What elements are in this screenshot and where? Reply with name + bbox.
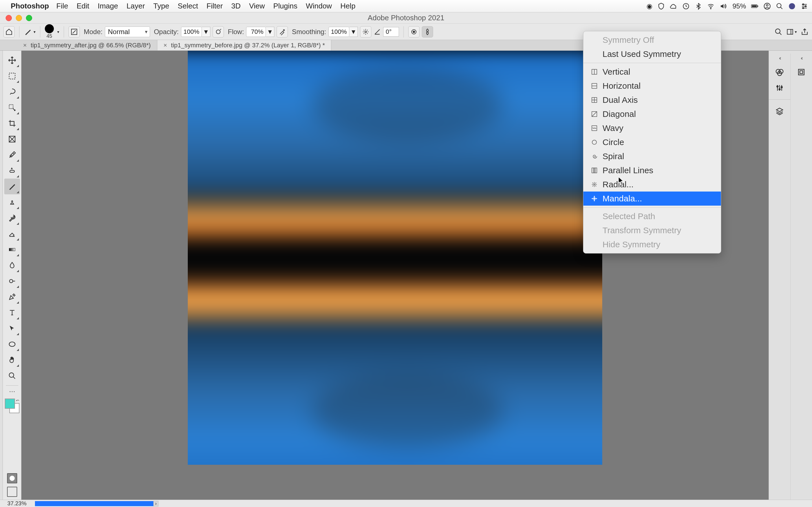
user-icon[interactable] bbox=[763, 3, 771, 10]
symmetry-spiral-item[interactable]: Spiral bbox=[583, 149, 721, 163]
volume-icon[interactable] bbox=[719, 3, 727, 10]
history-brush-tool[interactable] bbox=[4, 210, 20, 226]
brush-settings-button[interactable] bbox=[68, 26, 80, 38]
hand-tool[interactable] bbox=[4, 352, 20, 368]
layers-panel-icon[interactable] bbox=[774, 105, 785, 117]
document-canvas[interactable] bbox=[188, 51, 602, 465]
menu-window[interactable]: Window bbox=[306, 2, 332, 10]
symmetry-diagonal-item[interactable]: Diagonal bbox=[583, 107, 721, 121]
symmetry-parallel-item[interactable]: Parallel Lines bbox=[583, 163, 721, 177]
menu-file[interactable]: File bbox=[56, 2, 68, 10]
lasso-tool[interactable] bbox=[4, 84, 20, 100]
document-tab[interactable]: × tip1_symmetry_after.jpg @ 66.5% (RGB/8… bbox=[17, 40, 157, 50]
shape-tool[interactable] bbox=[4, 336, 20, 352]
dodge-tool[interactable] bbox=[4, 273, 20, 289]
symmetry-radial-item[interactable]: Radial... bbox=[583, 177, 721, 191]
properties-panel-icon[interactable] bbox=[774, 82, 785, 94]
expand-panels-icon[interactable]: ‹‹ bbox=[779, 55, 780, 61]
swap-colors-icon[interactable]: ⤺ bbox=[16, 398, 19, 402]
quick-select-tool[interactable] bbox=[4, 100, 20, 115]
spotlight-icon[interactable] bbox=[776, 3, 783, 10]
flow-value[interactable]: 70% bbox=[246, 27, 266, 37]
edit-toolbar-button[interactable]: ⋯ bbox=[4, 387, 20, 396]
eyedropper-tool[interactable] bbox=[4, 147, 20, 163]
symmetry-dual-axis-item[interactable]: Dual Axis bbox=[583, 93, 721, 107]
blur-tool[interactable] bbox=[4, 258, 20, 273]
foreground-color-swatch[interactable] bbox=[5, 399, 15, 409]
symmetry-circle-item[interactable]: Circle bbox=[583, 135, 721, 149]
battery-icon[interactable] bbox=[751, 3, 758, 10]
opacity-dropdown[interactable]: ▾ bbox=[202, 27, 210, 37]
clone-stamp-tool[interactable] bbox=[4, 194, 20, 210]
blend-mode-select[interactable]: Normal ▾ bbox=[105, 26, 150, 37]
wifi-icon[interactable] bbox=[707, 3, 714, 10]
menu-layer[interactable]: Layer bbox=[126, 2, 145, 10]
menu-type[interactable]: Type bbox=[153, 2, 169, 10]
search-button[interactable] bbox=[774, 28, 782, 36]
angle-icon[interactable] bbox=[373, 28, 381, 36]
gradient-tool[interactable] bbox=[4, 242, 20, 258]
color-panel-icon[interactable] bbox=[774, 66, 785, 78]
smoothing-value[interactable]: 100% bbox=[328, 27, 349, 37]
document-tab[interactable]: × tip1_symmetry_before.jpg @ 37.2% (Laye… bbox=[157, 40, 332, 50]
symmetry-vertical-item[interactable]: Vertical bbox=[583, 65, 721, 79]
smoothing-dropdown[interactable]: ▾ bbox=[349, 27, 358, 37]
close-tab-icon[interactable]: × bbox=[163, 42, 167, 49]
brush-angle-value[interactable]: 0° bbox=[383, 27, 399, 37]
healing-brush-tool[interactable] bbox=[4, 163, 20, 179]
scroll-right-button[interactable]: › bbox=[153, 501, 158, 506]
battery-percent[interactable]: 95% bbox=[732, 2, 746, 10]
menu-3d[interactable]: 3D bbox=[231, 2, 241, 10]
control-center-icon[interactable] bbox=[801, 3, 808, 10]
move-tool[interactable] bbox=[4, 52, 20, 68]
cloud-sync-icon[interactable] bbox=[670, 3, 677, 10]
hscrollbar[interactable]: › bbox=[35, 501, 153, 506]
symmetry-mandala-item[interactable]: Mandala... bbox=[583, 191, 721, 206]
menu-select[interactable]: Select bbox=[177, 2, 198, 10]
menu-help[interactable]: Help bbox=[340, 2, 355, 10]
brush-tool[interactable] bbox=[4, 179, 20, 194]
symmetry-button[interactable] bbox=[422, 26, 433, 38]
crop-tool[interactable] bbox=[4, 115, 20, 131]
color-swatches[interactable]: ⤺ bbox=[4, 398, 20, 414]
radial-icon bbox=[591, 181, 598, 188]
flow-dropdown[interactable]: ▾ bbox=[266, 27, 274, 37]
libraries-panel-icon[interactable] bbox=[795, 66, 807, 78]
menu-plugins[interactable]: Plugins bbox=[273, 2, 297, 10]
opacity-pressure-button[interactable] bbox=[213, 26, 224, 38]
pen-tool[interactable] bbox=[4, 289, 20, 305]
menu-edit[interactable]: Edit bbox=[77, 2, 89, 10]
close-tab-icon[interactable]: × bbox=[23, 42, 27, 49]
workspace-switcher[interactable]: ▾ bbox=[786, 28, 797, 36]
smoothing-options-button[interactable] bbox=[360, 26, 371, 38]
screenmode-button[interactable] bbox=[7, 487, 17, 497]
marquee-tool[interactable] bbox=[4, 68, 20, 84]
type-tool[interactable] bbox=[4, 305, 20, 321]
eraser-tool[interactable] bbox=[4, 226, 20, 242]
expand-panels-icon[interactable]: ‹‹ bbox=[801, 55, 802, 61]
symmetry-wavy-item[interactable]: Wavy bbox=[583, 121, 721, 135]
path-select-tool[interactable] bbox=[4, 321, 20, 336]
brush-preset-picker[interactable]: 45 bbox=[45, 24, 54, 39]
app-name[interactable]: Photoshop bbox=[11, 2, 49, 10]
quickmask-button[interactable] bbox=[7, 473, 17, 483]
timemachine-icon[interactable] bbox=[682, 3, 690, 10]
menu-filter[interactable]: Filter bbox=[206, 2, 223, 10]
symmetry-horizontal-item[interactable]: Horizontal bbox=[583, 79, 721, 93]
airbrush-button[interactable] bbox=[276, 26, 288, 38]
menu-image[interactable]: Image bbox=[98, 2, 118, 10]
tool-preset-picker[interactable]: ▾ bbox=[24, 28, 36, 36]
bluetooth-icon[interactable] bbox=[695, 3, 702, 10]
cloud-eye-icon[interactable]: ◉ bbox=[647, 2, 652, 10]
siri-icon[interactable] bbox=[788, 3, 796, 10]
zoom-level[interactable]: 37.23% bbox=[0, 500, 34, 507]
menu-view[interactable]: View bbox=[249, 2, 265, 10]
frame-tool[interactable] bbox=[4, 131, 20, 147]
size-pressure-button[interactable] bbox=[408, 26, 419, 38]
home-button[interactable] bbox=[3, 26, 15, 38]
shield-icon[interactable] bbox=[658, 3, 665, 10]
opacity-value[interactable]: 100% bbox=[181, 27, 202, 37]
last-used-symmetry-item[interactable]: Last Used Symmetry bbox=[583, 47, 721, 61]
share-button[interactable] bbox=[801, 28, 809, 36]
zoom-tool[interactable] bbox=[4, 368, 20, 384]
